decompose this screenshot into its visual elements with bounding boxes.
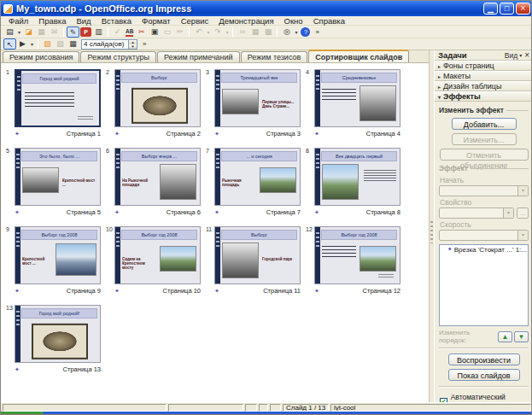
spellcheck-icon[interactable]: AB bbox=[126, 27, 133, 37]
play-button[interactable]: Воспроизвести bbox=[448, 354, 520, 365]
email-icon[interactable]: ✉ bbox=[48, 26, 61, 38]
slide-thumbnail-8[interactable]: Век двадцать первый bbox=[314, 148, 400, 206]
slide-thumbnail-7[interactable]: ... и сегодня Рыночная площадь bbox=[214, 148, 301, 206]
effect-star-icon[interactable]: ✦ bbox=[114, 131, 120, 137]
change-effect-button[interactable]: Изменить... bbox=[452, 133, 517, 145]
effect-star-icon[interactable]: ✦ bbox=[15, 366, 20, 373]
autospellcheck-icon[interactable]: ✓ bbox=[111, 26, 124, 38]
redo-dropdown-icon[interactable]: ▾ bbox=[224, 29, 230, 35]
menu-item-edit[interactable]: Правка bbox=[33, 16, 71, 26]
add-effect-button[interactable]: Добавить... bbox=[452, 118, 517, 130]
effect-star-icon[interactable]: ✦ bbox=[314, 131, 319, 137]
property-options-button[interactable]: ... bbox=[517, 208, 529, 219]
effect-star-icon[interactable]: ✦ bbox=[214, 209, 219, 216]
tab-handout-view[interactable]: Режим тезисов bbox=[241, 51, 308, 62]
section-table-design[interactable]: ▸ Дизайн таблицы bbox=[435, 81, 532, 91]
section-custom-animation[interactable]: ▾ Эффекты bbox=[435, 91, 532, 102]
undo-dropdown-icon[interactable]: ▾ bbox=[205, 29, 211, 35]
copy-icon[interactable]: ▣ bbox=[148, 26, 161, 38]
speed-combo[interactable]: ▾ bbox=[439, 230, 529, 241]
status-layout-name[interactable]: lyt-cool bbox=[330, 404, 531, 412]
effect-star-icon[interactable]: ✦ bbox=[15, 131, 20, 137]
spin-down-icon[interactable]: ▾ bbox=[129, 44, 137, 49]
gallery-icon[interactable]: ▩ bbox=[261, 26, 274, 38]
panel-close-icon[interactable]: × bbox=[524, 50, 529, 60]
panel-view-menu[interactable]: Вид bbox=[505, 51, 517, 60]
move-up-icon[interactable]: ▲ bbox=[498, 331, 512, 342]
menu-item-tools[interactable]: Сервис bbox=[176, 16, 214, 26]
table-icon[interactable]: ▦ bbox=[248, 26, 261, 38]
export-pdf-icon[interactable]: P bbox=[80, 27, 91, 37]
maximize-button[interactable]: □ bbox=[500, 3, 514, 15]
effect-star-icon[interactable]: ✦ bbox=[214, 288, 219, 295]
section-label: Макеты bbox=[443, 72, 471, 80]
menu-item-slideshow[interactable]: Демонстрация bbox=[213, 16, 278, 26]
edit-file-icon[interactable]: ✎ bbox=[67, 26, 79, 38]
effect-star-icon[interactable]: ✦ bbox=[314, 288, 319, 295]
slide-thumbnail-10[interactable]: Выборг год 2008 Сидим на Крепостном мост… bbox=[114, 226, 201, 284]
section-layouts[interactable]: ▸ Макеты bbox=[435, 71, 532, 81]
slide-thumbnail-12[interactable]: Выборг год 2008 bbox=[314, 226, 400, 284]
slideshow-dropdown-icon[interactable]: ▾ bbox=[29, 41, 35, 47]
effect-list[interactable]: ✦ Врезка 'Стократ ...' 1:... bbox=[439, 244, 529, 326]
property-combo[interactable]: ▾ bbox=[439, 208, 514, 219]
hyperlink-icon[interactable]: ∞ bbox=[236, 26, 248, 38]
minimize-button[interactable]: ▁ bbox=[483, 3, 498, 15]
effect-star-icon[interactable]: ✦ bbox=[15, 209, 20, 216]
slide-thumbnail-13[interactable]: Город мой родной! bbox=[15, 305, 101, 363]
open-icon[interactable]: ◪ bbox=[22, 26, 35, 38]
menu-item-insert[interactable]: Вставка bbox=[96, 16, 137, 26]
new-document-icon[interactable]: ▤ bbox=[3, 26, 16, 38]
effect-star-icon[interactable]: ✦ bbox=[114, 288, 120, 295]
slideshow-button[interactable]: Показ слайдов bbox=[448, 369, 520, 381]
slide-thumbnail-11[interactable]: Выборг Городской парк bbox=[214, 226, 301, 284]
new-dropdown-icon[interactable]: ▾ bbox=[16, 29, 22, 35]
tab-outline-view[interactable]: Режим структуры bbox=[80, 51, 155, 62]
redo-icon[interactable]: ↷ bbox=[211, 26, 224, 38]
zoom-dropdown-icon[interactable]: ▾ bbox=[293, 29, 299, 35]
save-icon[interactable]: ▦ bbox=[35, 26, 48, 38]
show-slide-icon[interactable]: ▧ bbox=[54, 38, 67, 50]
paste-icon[interactable]: ▭ bbox=[161, 26, 173, 38]
slide-thumbnail-5[interactable]: Это было, было ... Крепостной мост ... bbox=[15, 148, 101, 206]
section-master-pages[interactable]: ▸ Фоны страниц bbox=[435, 61, 532, 71]
selection-icon[interactable]: ↖ bbox=[3, 38, 16, 50]
slideshow-icon[interactable]: ▶ bbox=[16, 38, 29, 50]
menu-item-file[interactable]: Файл bbox=[3, 16, 33, 26]
toolbar-overflow-icon[interactable]: » bbox=[143, 40, 146, 48]
menu-item-view[interactable]: Вид bbox=[71, 16, 96, 26]
slide-thumbnail-9[interactable]: Выборг год 2008 Крепостной мост ... bbox=[15, 226, 101, 284]
tab-notes-view[interactable]: Режим примечаний bbox=[157, 51, 240, 62]
effect-star-icon[interactable]: ✦ bbox=[15, 288, 20, 295]
effect-star-icon[interactable]: ✦ bbox=[214, 131, 219, 137]
tab-slide-sorter[interactable]: Сортировщик слайдов bbox=[308, 50, 409, 62]
remove-effect-button[interactable]: Отменить объединение bbox=[440, 149, 529, 161]
slide-thumbnail-3[interactable]: Тринадцатый век Первые улицы... Дань Стр… bbox=[214, 69, 301, 127]
slide-thumbnail-1[interactable]: Город мой родной bbox=[15, 69, 101, 127]
toolbar-overflow-icon[interactable]: » bbox=[315, 28, 319, 36]
help-icon[interactable]: ? bbox=[301, 27, 310, 37]
format-paintbrush-icon[interactable]: ✏ bbox=[173, 26, 186, 38]
panel-view-dropdown-icon[interactable]: ▾ bbox=[519, 52, 522, 58]
menu-item-window[interactable]: Окно bbox=[279, 16, 308, 26]
zoom-icon[interactable]: ◎ bbox=[280, 26, 293, 38]
effect-list-item[interactable]: ✦ Врезка 'Стократ ...' 1:... bbox=[441, 246, 527, 254]
slide-thumbnail-4[interactable]: Средневековье bbox=[314, 69, 400, 127]
slides-per-row-spinner[interactable]: 4 слайда(ов) ▴ ▾ bbox=[81, 39, 137, 50]
start-combo[interactable]: ▾ bbox=[439, 185, 529, 196]
effect-star-icon[interactable]: ✦ bbox=[314, 209, 319, 216]
close-button[interactable]: × bbox=[516, 3, 530, 15]
tab-drawing-view[interactable]: Режим рисования bbox=[3, 51, 79, 62]
hide-slide-icon[interactable]: ▧ bbox=[41, 38, 54, 50]
effect-star-icon[interactable]: ✦ bbox=[114, 209, 120, 216]
undo-icon[interactable]: ↶ bbox=[192, 26, 205, 38]
screen-icon[interactable]: ▦ bbox=[67, 38, 79, 50]
menu-item-format[interactable]: Формат bbox=[137, 16, 176, 26]
move-down-icon[interactable]: ▼ bbox=[514, 331, 529, 342]
slide-thumbnail-6[interactable]: Выборг вчера ... На Рыночной площади bbox=[114, 148, 201, 206]
print-icon[interactable]: ▥ bbox=[92, 26, 105, 38]
cut-icon[interactable]: ✂ bbox=[135, 26, 148, 38]
slide-thumbnail-2[interactable]: Выборг bbox=[114, 69, 201, 127]
menu-item-help[interactable]: Справка bbox=[308, 16, 350, 26]
start-button-edge[interactable] bbox=[1, 412, 44, 415]
